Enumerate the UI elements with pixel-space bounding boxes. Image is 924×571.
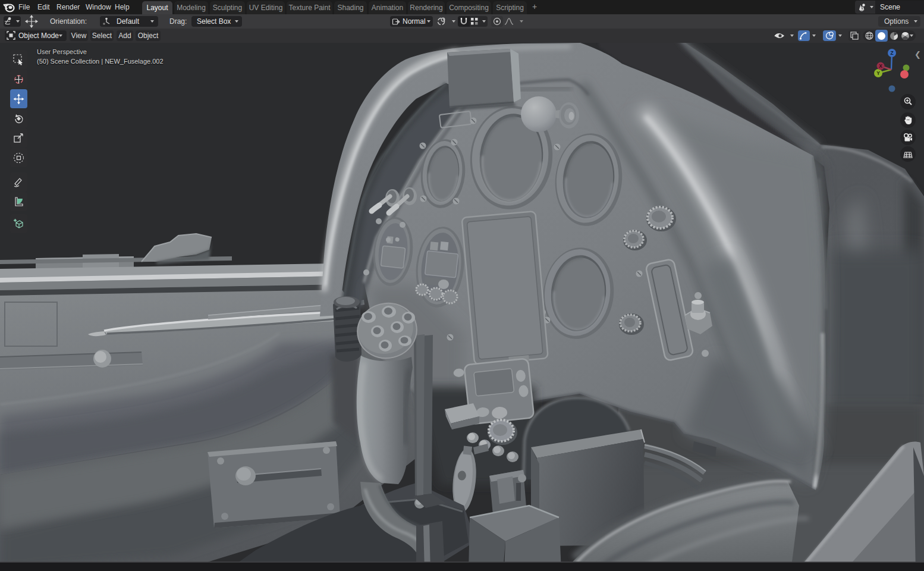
svg-text:Z: Z xyxy=(890,50,893,56)
svg-text:Y: Y xyxy=(876,70,880,76)
svg-text:X: X xyxy=(879,63,882,69)
